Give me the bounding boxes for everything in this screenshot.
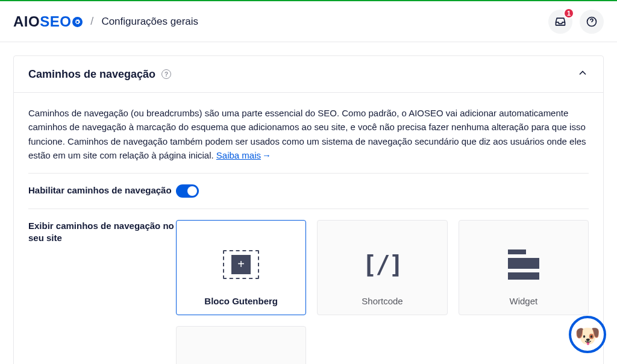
option-gutenberg-label: Bloco Gutenberg (204, 296, 278, 306)
chevron-up-icon (577, 67, 589, 81)
display-breadcrumbs-label: Exibir caminhos de navegação no seu site (28, 220, 176, 245)
app-header: AIOSEO / Configurações gerais 1 (0, 1, 617, 42)
widget-icon (508, 233, 539, 296)
help-button[interactable] (580, 10, 604, 34)
gear-icon (72, 17, 83, 27)
support-bubble[interactable]: 🐶 (569, 316, 606, 353)
breadcrumbs-card: Caminhos de navegação ? Caminhos de nave… (13, 55, 604, 364)
logo[interactable]: AIOSEO (13, 13, 83, 30)
option-widget[interactable]: Widget (459, 220, 589, 315)
display-breadcrumbs-row: Exibir caminhos de navegação no seu site… (28, 209, 589, 364)
notifications-button[interactable]: 1 (548, 10, 572, 34)
logo-text-aio: AIO (13, 13, 40, 30)
notification-badge: 1 (563, 8, 574, 19)
card-header-toggle[interactable]: Caminhos de navegação ? (14, 56, 603, 93)
shortcode-icon: [/] (362, 233, 402, 296)
option-shortcode[interactable]: [/] Shortcode (317, 220, 447, 315)
card-title: Caminhos de navegação (28, 68, 155, 81)
option-shortcode-label: Shortcode (362, 296, 402, 306)
mascot-icon: 🐶 (575, 324, 600, 348)
enable-breadcrumbs-label: Habilitar caminhos de navegação (28, 184, 176, 196)
option-php[interactable]: <? PHP > (176, 326, 306, 364)
page-title: Configurações gerais (101, 16, 198, 28)
enable-breadcrumbs-row: Habilitar caminhos de navegação (28, 174, 589, 209)
php-icon: <? PHP > (195, 339, 287, 364)
logo-text-seo: SEO (40, 13, 71, 30)
arrow-icon: → (262, 150, 271, 160)
gutenberg-block-icon: + (223, 233, 259, 296)
help-icon (586, 16, 598, 28)
info-icon[interactable]: ? (161, 69, 171, 79)
enable-breadcrumbs-toggle[interactable] (176, 184, 199, 198)
breadcrumb-separator: / (90, 15, 93, 28)
option-gutenberg[interactable]: + Bloco Gutenberg (176, 220, 306, 315)
card-description: Caminhos de navegação (ou breadcrumbs) s… (28, 106, 589, 174)
learn-more-link[interactable]: Saiba mais (216, 150, 261, 160)
option-widget-label: Widget (509, 296, 537, 306)
